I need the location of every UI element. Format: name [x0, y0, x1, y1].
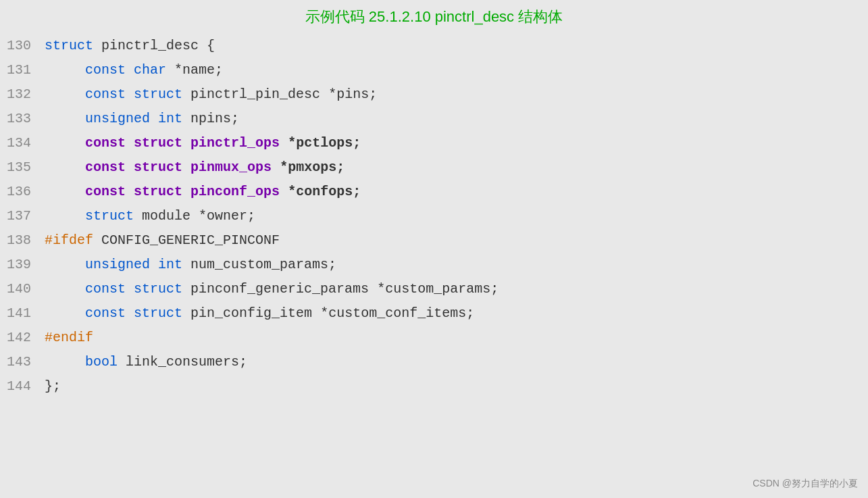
code-line: 138#ifdef CONFIG_GENERIC_PINCONF [7, 228, 861, 253]
line-number: 141 [7, 301, 45, 326]
line-content: }; [45, 374, 861, 399]
line-number: 136 [7, 180, 45, 204]
page-title: 示例代码 25.1.2.10 pinctrl_desc 结构体 [305, 7, 563, 27]
code-line: 132const struct pinctrl_pin_desc *pins; [7, 82, 861, 107]
line-number: 130 [7, 34, 45, 58]
line-content: #ifdef CONFIG_GENERIC_PINCONF [45, 228, 861, 253]
line-number: 134 [7, 131, 45, 155]
line-number: 131 [7, 58, 45, 82]
line-content: unsigned int npins; [45, 107, 861, 131]
line-content: const struct pinconf_ops *confops; [45, 180, 861, 204]
line-number: 133 [7, 107, 45, 131]
line-content: const struct pinconf_generic_params *cus… [45, 277, 861, 301]
code-line: 142#endif [7, 326, 861, 350]
line-number: 140 [7, 277, 45, 301]
line-content: struct module *owner; [45, 204, 861, 228]
code-line: 137struct module *owner; [7, 204, 861, 228]
code-line: 133unsigned int npins; [7, 107, 861, 131]
code-line: 140const struct pinconf_generic_params *… [7, 277, 861, 301]
line-content: struct pinctrl_desc { [45, 34, 861, 58]
code-line: 139unsigned int num_custom_params; [7, 253, 861, 277]
line-content: const char *name; [45, 58, 861, 82]
code-line: 131const char *name; [7, 58, 861, 82]
line-content: #endif [45, 326, 861, 350]
code-line: 136const struct pinconf_ops *confops; [7, 180, 861, 204]
line-number: 138 [7, 228, 45, 253]
watermark: CSDN @努力自学的小夏 [752, 478, 858, 490]
code-line: 134const struct pinctrl_ops *pctlops; [7, 131, 861, 155]
code-line: 141const struct pin_config_item *custom_… [7, 301, 861, 326]
code-line: 144}; [7, 374, 861, 399]
line-content: const struct pinmux_ops *pmxops; [45, 155, 861, 180]
line-content: unsigned int num_custom_params; [45, 253, 861, 277]
line-number: 132 [7, 82, 45, 107]
code-line: 135const struct pinmux_ops *pmxops; [7, 155, 861, 180]
code-block: 130struct pinctrl_desc {131const char *n… [0, 34, 868, 399]
line-content: const struct pinctrl_pin_desc *pins; [45, 82, 861, 107]
code-line: 143bool link_consumers; [7, 350, 861, 374]
code-line: 130struct pinctrl_desc { [7, 34, 861, 58]
line-number: 143 [7, 350, 45, 374]
line-number: 137 [7, 204, 45, 228]
line-content: const struct pin_config_item *custom_con… [45, 301, 861, 326]
line-number: 135 [7, 155, 45, 180]
line-number: 144 [7, 374, 45, 399]
line-number: 139 [7, 253, 45, 277]
line-number: 142 [7, 326, 45, 350]
line-content: const struct pinctrl_ops *pctlops; [45, 131, 861, 155]
line-content: bool link_consumers; [45, 350, 861, 374]
